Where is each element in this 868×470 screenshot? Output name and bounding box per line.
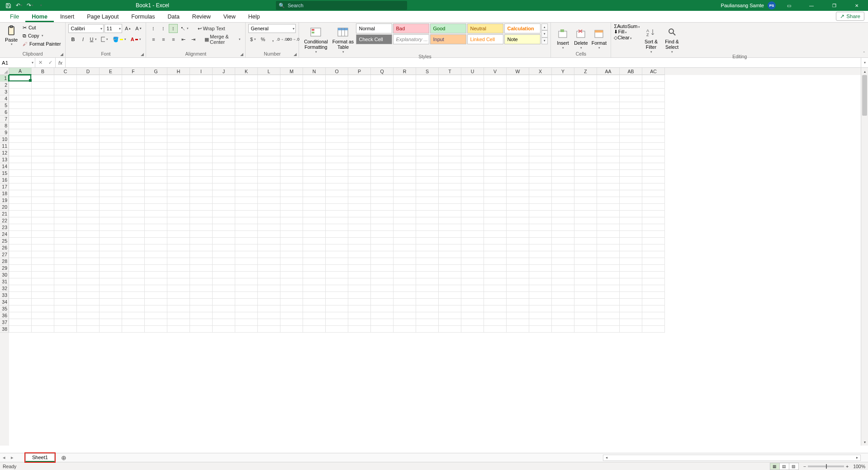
column-header[interactable]: H — [167, 68, 190, 75]
row-header[interactable]: 26 — [0, 244, 9, 251]
save-icon[interactable] — [4, 1, 13, 10]
view-normal-icon[interactable]: ▦ — [770, 463, 780, 470]
column-header[interactable]: Q — [371, 68, 394, 75]
row-header[interactable]: 31 — [0, 278, 9, 285]
row-header[interactable]: 18 — [0, 190, 9, 197]
decrease-indent-icon[interactable]: ⇤ — [179, 35, 188, 44]
column-header[interactable]: J — [213, 68, 235, 75]
column-header[interactable]: AA — [597, 68, 620, 75]
row-header[interactable]: 34 — [0, 299, 9, 306]
style-calculation[interactable]: Calculation — [504, 24, 541, 33]
column-header[interactable]: X — [529, 68, 552, 75]
format-as-table-button[interactable]: Format as Table▾ — [332, 24, 354, 54]
row-header[interactable]: 13 — [0, 156, 9, 163]
tab-review[interactable]: Review — [186, 11, 217, 22]
row-header[interactable]: 4 — [0, 95, 9, 102]
style-good[interactable]: Good — [430, 24, 466, 33]
orientation-button[interactable]: ⭦▾ — [179, 24, 190, 33]
row-header[interactable]: 25 — [0, 238, 9, 244]
align-bottom-icon[interactable]: ⫶ — [169, 24, 178, 33]
align-top-icon[interactable]: ⫶ — [149, 24, 158, 33]
row-header[interactable]: 19 — [0, 197, 9, 204]
wrap-text-button[interactable]: ↩Wrap Text — [196, 24, 227, 33]
search-box[interactable]: 🔍 Search — [276, 1, 407, 10]
align-left-icon[interactable]: ≡ — [149, 35, 158, 44]
font-name-combo[interactable]: Calibri — [68, 24, 103, 33]
column-header[interactable]: E — [100, 68, 122, 75]
horizontal-scrollbar[interactable]: ◂ ▸ — [603, 455, 861, 461]
sheet-nav-next-icon[interactable]: ▸ — [8, 454, 16, 462]
align-center-icon[interactable]: ≡ — [159, 35, 168, 44]
row-header[interactable]: 14 — [0, 163, 9, 170]
redo-icon[interactable]: ↷▾ — [25, 1, 34, 10]
fx-icon[interactable]: fx — [56, 58, 66, 67]
format-cells-button[interactable]: Format▾ — [590, 24, 608, 51]
bold-button[interactable]: B — [68, 35, 77, 44]
column-header[interactable]: V — [484, 68, 507, 75]
zoom-in-button[interactable]: + — [846, 464, 849, 469]
tab-page-layout[interactable]: Page Layout — [81, 11, 125, 22]
column-header[interactable]: Z — [574, 68, 597, 75]
row-header[interactable]: 11 — [0, 143, 9, 150]
sheet-nav-prev-icon[interactable]: ◂ — [0, 454, 8, 462]
row-header[interactable]: 32 — [0, 285, 9, 292]
row-header[interactable]: 6 — [0, 109, 9, 116]
column-header[interactable]: AC — [642, 68, 665, 75]
gallery-more-icon[interactable]: ▾ — [541, 38, 548, 44]
scroll-up-icon[interactable]: ▴ — [861, 68, 868, 75]
column-header[interactable]: AB — [620, 68, 642, 75]
gallery-up-icon[interactable]: ▴ — [541, 24, 548, 30]
view-page-break-icon[interactable]: ▧ — [789, 463, 799, 470]
column-header[interactable]: D — [77, 68, 100, 75]
insert-cells-button[interactable]: Insert▾ — [554, 24, 572, 51]
underline-button[interactable]: U▾ — [88, 35, 98, 44]
row-header[interactable]: 17 — [0, 183, 9, 190]
row-header[interactable]: 36 — [0, 312, 9, 319]
column-header[interactable]: A — [9, 68, 32, 75]
number-format-combo[interactable]: General — [248, 24, 296, 33]
autosum-button[interactable]: ΣAutoSum▾ — [614, 24, 640, 29]
row-header[interactable]: 1 — [0, 75, 9, 82]
enter-formula-icon[interactable]: ✓ — [45, 60, 55, 66]
row-header[interactable]: 30 — [0, 272, 9, 278]
increase-font-icon[interactable]: A▴ — [123, 24, 133, 33]
column-header[interactable]: Y — [552, 68, 574, 75]
font-color-button[interactable]: A▾ — [129, 35, 143, 44]
vertical-scroll-thumb[interactable] — [862, 75, 867, 116]
decrease-decimal-icon[interactable]: .00→.0 — [288, 35, 297, 44]
vertical-scrollbar[interactable]: ▴ ▾ — [861, 68, 868, 446]
paste-button[interactable]: Paste ▾ — [3, 24, 20, 49]
column-header[interactable]: G — [145, 68, 167, 75]
tab-home[interactable]: Home — [25, 11, 54, 22]
column-header[interactable]: K — [235, 68, 258, 75]
zoom-out-button[interactable]: − — [803, 464, 806, 469]
view-page-layout-icon[interactable]: ▤ — [779, 463, 789, 470]
row-header[interactable]: 9 — [0, 129, 9, 136]
ribbon-display-options-icon[interactable]: ▭ — [779, 0, 798, 11]
column-header[interactable]: O — [326, 68, 348, 75]
collapse-ribbon-icon[interactable]: ˄ — [861, 50, 867, 56]
borders-button[interactable]: ▾ — [99, 35, 110, 44]
column-header[interactable]: N — [303, 68, 326, 75]
style-input[interactable]: Input — [430, 34, 466, 44]
row-header[interactable]: 12 — [0, 150, 9, 156]
tab-formulas[interactable]: Formulas — [125, 11, 161, 22]
style-note[interactable]: Note — [504, 34, 541, 44]
maximize-icon[interactable]: ❐ — [825, 0, 844, 11]
tab-view[interactable]: View — [217, 11, 242, 22]
fill-button[interactable]: ⬇Fill▾ — [614, 29, 640, 35]
column-header[interactable]: M — [280, 68, 303, 75]
scroll-right-icon[interactable]: ▸ — [854, 456, 860, 460]
column-header[interactable]: C — [54, 68, 77, 75]
cancel-formula-icon[interactable]: ✕ — [35, 60, 45, 66]
row-header[interactable]: 28 — [0, 258, 9, 265]
column-header[interactable]: R — [394, 68, 416, 75]
row-header[interactable]: 8 — [0, 122, 9, 129]
cells-area[interactable] — [9, 75, 861, 446]
sheet-tab-sheet1[interactable]: Sheet1 — [25, 453, 55, 462]
fill-color-button[interactable]: 🪣▾ — [111, 35, 128, 44]
row-header[interactable]: 23 — [0, 224, 9, 231]
row-header[interactable]: 10 — [0, 136, 9, 143]
tab-insert[interactable]: Insert — [54, 11, 81, 22]
tab-help[interactable]: Help — [242, 11, 266, 22]
